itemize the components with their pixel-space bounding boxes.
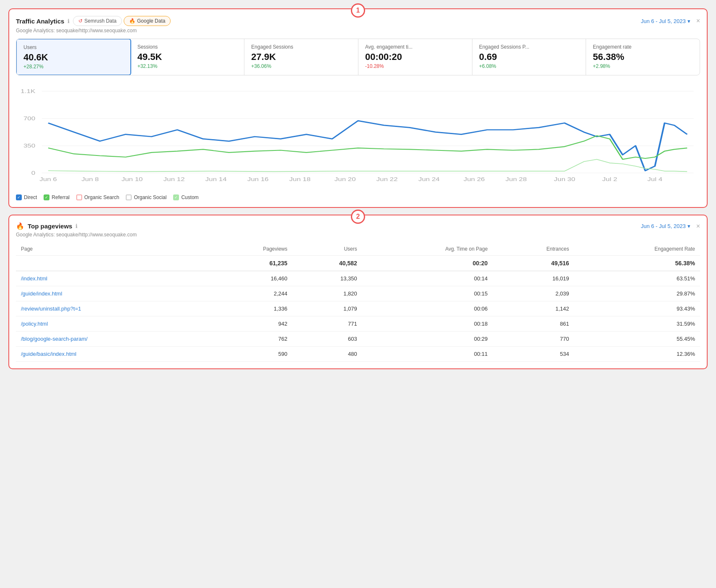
cell-5-4: 534 [493,347,574,362]
panel1-close-button[interactable]: × [696,17,700,25]
table-row: /blog/google-search-param/76260300:29770… [16,332,700,347]
svg-text:1.1K: 1.1K [21,88,35,94]
panel2-date-text: Jun 6 - Jul 5, 2023 [641,223,686,229]
legend-item-3[interactable]: Organic Social [126,194,166,200]
metric-value: 40.6K [23,52,124,63]
legend-item-2[interactable]: Organic Search [76,194,119,200]
cell-4-3: 00:29 [362,332,493,347]
metric-cell-0[interactable]: Users 40.6K +28.27% [16,39,131,75]
svg-text:Jun 22: Jun 22 [376,177,398,182]
panel2-subtitle: Google Analytics: seoquake/http://www.se… [16,232,700,238]
legend-label-0: Direct [24,194,37,200]
cell-2-1: 1,336 [207,301,292,316]
cell-4-5: 55.45% [574,332,700,347]
pageviews-table-wrapper: PagePageviewsUsersAvg. Time on PageEntra… [16,243,700,362]
cell-5-1: 590 [207,347,292,362]
header-row: PagePageviewsUsersAvg. Time on PageEntra… [16,243,700,256]
cell-1-0[interactable]: /guide/index.html [16,286,207,301]
cell-3-2: 771 [293,316,362,332]
total-cell-3: 00:20 [362,256,493,271]
svg-text:Jun 10: Jun 10 [122,177,143,182]
cell-4-0[interactable]: /blog/google-search-param/ [16,332,207,347]
cell-0-1: 16,460 [207,271,292,286]
svg-text:Jun 26: Jun 26 [464,177,485,182]
table-row: /policy.html94277100:1886131.59% [16,316,700,332]
panel-badge-1: 1 [351,3,365,18]
legend-label-3: Organic Social [134,194,166,200]
svg-text:700: 700 [23,116,35,121]
cell-5-0[interactable]: /guide/basic/index.html [16,347,207,362]
svg-text:Jun 20: Jun 20 [335,177,356,182]
panel1-title-group: Traffic Analytics ℹ ↺ Semrush Data 🔥 Goo… [16,16,171,26]
svg-text:Jun 6: Jun 6 [39,177,57,182]
referral-line [48,136,687,159]
svg-text:Jun 18: Jun 18 [289,177,311,182]
metric-value: 56.38% [593,52,693,62]
metric-value: 00:00:20 [365,52,465,62]
metric-change: -10.28% [365,63,465,69]
panel1-subtitle: Google Analytics: seoquake/http://www.se… [16,28,700,34]
cell-4-4: 770 [493,332,574,347]
chart-area: 1.1K 700 350 0 Jun 6 Jun 8 Jun 10 Jun 12… [16,82,700,191]
panel1-date-range[interactable]: Jun 6 - Jul 5, 2023 ▾ [641,18,690,24]
legend-label-1: Referral [52,194,70,200]
metric-cell-4[interactable]: Engaged Sessions P... 0.69 +6.08% [472,39,586,75]
google-data-button[interactable]: 🔥 Google Data [124,16,171,26]
metric-value: 0.69 [479,52,579,62]
metric-label: Users [23,44,124,50]
panel-badge-2: 2 [351,210,365,224]
svg-text:0: 0 [31,170,35,176]
panel1-controls: Jun 6 - Jul 5, 2023 ▾ × [641,17,700,25]
semrush-label: Semrush Data [84,18,117,24]
total-cell-0 [16,256,207,271]
semrush-data-button[interactable]: ↺ Semrush Data [73,16,122,26]
cell-0-4: 16,019 [493,271,574,286]
metric-label: Engaged Sessions [251,44,351,50]
cell-4-1: 762 [207,332,292,347]
panel2-close-button[interactable]: × [696,223,700,230]
col-header-2: Users [293,243,362,256]
legend-checkbox-0: ✓ [16,194,22,200]
cell-1-2: 1,820 [293,286,362,301]
svg-text:Jul 2: Jul 2 [602,177,617,182]
metric-change: +28.27% [23,64,124,70]
legend-item-0[interactable]: ✓ Direct [16,194,37,200]
metric-cell-3[interactable]: Avg. engagement ti... 00:00:20 -10.28% [358,39,472,75]
traffic-analytics-panel: 1 Traffic Analytics ℹ ↺ Semrush Data 🔥 G… [8,8,708,208]
metric-cell-5[interactable]: Engagement rate 56.38% +2.98% [586,39,700,75]
legend-label-4: Custom [181,194,198,200]
legend-label-2: Organic Search [84,194,119,200]
cell-2-0[interactable]: /review/uninstall.php?t=1 [16,301,207,316]
table-row: /index.html16,46013,35000:1416,01963.51% [16,271,700,286]
total-cell-4: 49,516 [493,256,574,271]
cell-3-5: 31.59% [574,316,700,332]
info-icon-1[interactable]: ℹ [67,18,70,24]
svg-text:Jun 12: Jun 12 [163,177,185,182]
cell-0-2: 13,350 [293,271,362,286]
metric-cell-2[interactable]: Engaged Sessions 27.9K +36.06% [244,39,358,75]
cell-0-0[interactable]: /index.html [16,271,207,286]
svg-text:Jun 14: Jun 14 [205,177,227,182]
panel2-date-range[interactable]: Jun 6 - Jul 5, 2023 ▾ [641,223,690,229]
panel1-date-text: Jun 6 - Jul 5, 2023 [641,18,686,24]
total-cell-1: 61,235 [207,256,292,271]
cell-3-0[interactable]: /policy.html [16,316,207,332]
col-header-3: Avg. Time on Page [362,243,493,256]
metrics-row: Users 40.6K +28.27% Sessions 49.5K +32.1… [16,39,700,75]
chevron-down-icon: ▾ [687,18,690,24]
metric-cell-1[interactable]: Sessions 49.5K +32.13% [131,39,245,75]
legend-checkbox-3 [126,194,132,200]
data-source-buttons: ↺ Semrush Data 🔥 Google Data [73,16,171,26]
cell-2-4: 1,142 [493,301,574,316]
total-row: 61,23540,58200:2049,51656.38% [16,256,700,271]
google-label: Google Data [137,18,165,24]
traffic-chart: 1.1K 700 350 0 Jun 6 Jun 8 Jun 10 Jun 12… [16,82,700,191]
cell-2-3: 00:06 [362,301,493,316]
cell-3-1: 942 [207,316,292,332]
legend-item-4[interactable]: ✓ Custom [173,194,198,200]
cell-4-2: 603 [293,332,362,347]
info-icon-2[interactable]: ℹ [75,223,78,229]
metric-change: +2.98% [593,63,693,69]
cell-5-3: 00:11 [362,347,493,362]
legend-item-1[interactable]: ✓ Referral [44,194,70,200]
